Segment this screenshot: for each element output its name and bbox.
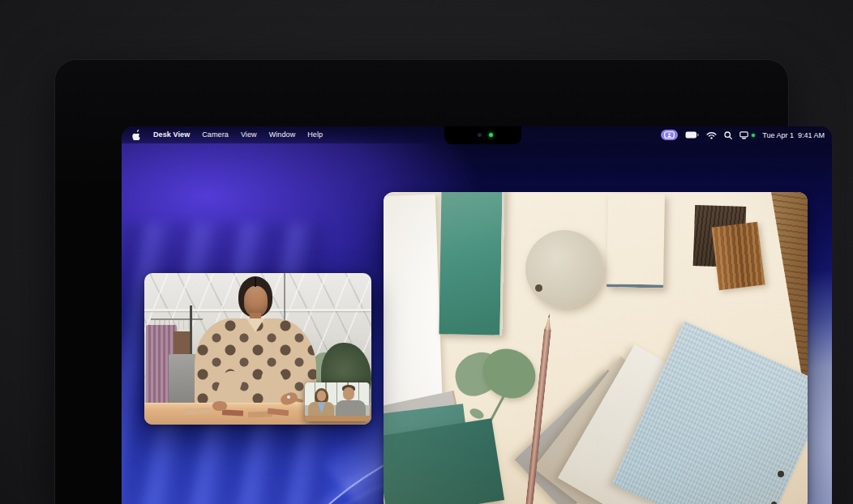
camera-lens — [478, 133, 482, 137]
pendant-cord — [284, 273, 285, 321]
desk-view-indicator-pill[interactable] — [661, 130, 678, 140]
menu-help[interactable]: Help — [307, 126, 323, 143]
display-notch — [444, 126, 521, 144]
battery-icon[interactable] — [685, 131, 699, 139]
presenter-left-hand — [212, 401, 227, 411]
desk-view-window[interactable] — [384, 192, 808, 504]
laptop-frame: Desk View Camera View Window Help — [55, 60, 788, 504]
menu-bar-menus: Desk View Camera View Window Help — [122, 126, 323, 143]
menu-window[interactable]: Window — [269, 126, 296, 143]
photo-background: Desk View Camera View Window Help — [0, 0, 853, 504]
silver-ring — [287, 395, 290, 399]
display-menu-icon[interactable] — [739, 131, 748, 139]
facetime-window[interactable] — [144, 273, 371, 425]
spotlight-icon[interactable] — [724, 131, 732, 139]
participant-woman-face — [317, 391, 326, 401]
wifi-icon[interactable] — [706, 131, 717, 139]
participant-man-face — [343, 387, 354, 400]
desk-vignette — [384, 192, 808, 504]
presenter-hair-part — [255, 277, 256, 287]
paper-swatch — [222, 409, 243, 416]
menu-camera[interactable]: Camera — [202, 126, 229, 143]
pip-table — [305, 416, 370, 421]
menu-view[interactable]: View — [241, 126, 257, 143]
apple-logo — [132, 130, 141, 140]
camera-active-dot — [752, 134, 755, 137]
menu-bar-clock[interactable]: Tue Apr 1 9:41 AM — [762, 131, 825, 139]
screen-share-icon — [664, 131, 675, 139]
apple-menu[interactable] — [132, 130, 141, 140]
facetime-pip[interactable] — [305, 382, 370, 421]
display: Desk View Camera View Window Help — [122, 126, 832, 504]
camera-indicator-light — [489, 133, 493, 137]
status-area: Tue Apr 1 9:41 AM — [661, 126, 825, 143]
menu-app-name[interactable]: Desk View — [153, 126, 190, 143]
